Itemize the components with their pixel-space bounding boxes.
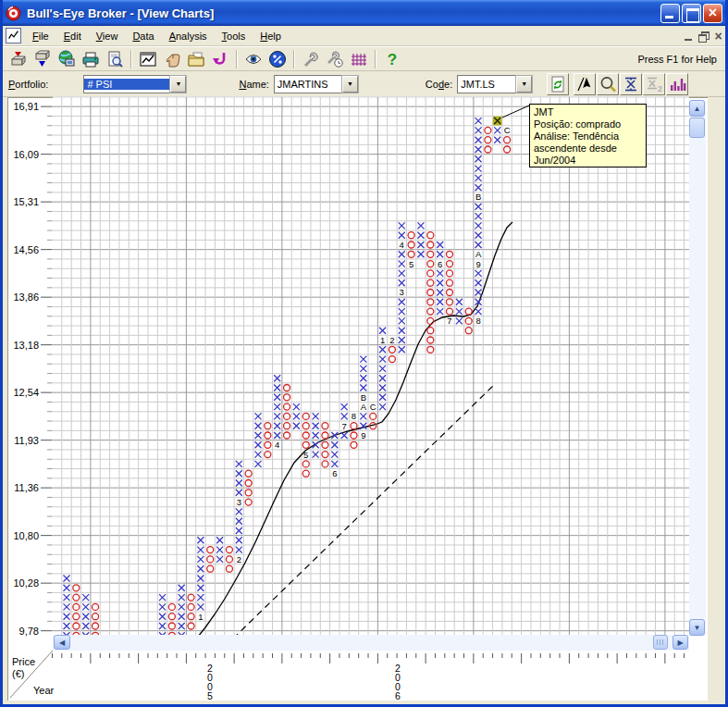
mdi-restore-icon[interactable] [697,30,710,43]
menu-item-tools[interactable]: Tools [215,29,253,43]
chart-window-icon[interactable] [137,49,159,69]
month-label-5: 5 [409,259,413,269]
price-label: 14,56 [13,244,39,255]
month-label-9: 9 [361,430,365,440]
year-axis-ticks [52,653,684,664]
name-combobox[interactable]: JMARTINS ▼ [274,75,359,93]
tooltip-analysis-1: Análise: Tendência [534,130,642,143]
minimize-button[interactable] [660,4,680,23]
percent-circle-icon[interactable] [266,49,289,69]
print-preview-icon[interactable] [104,49,126,69]
toolbar-separator [130,50,132,68]
year-label-digit: 5 [207,690,213,701]
price-label: 16,09 [13,149,39,160]
price-label: 13,18 [13,340,39,351]
code-dropdown-icon[interactable]: ▼ [516,76,532,93]
price-axis: 16,9116,0915,3114,5613,8613,1812,5411,93… [7,96,53,639]
menu-item-file[interactable]: File [25,29,56,43]
window-title: Bull's-Eye Broker - [View Charts] [27,6,659,20]
portfolio-label: Portfolio: [8,79,48,90]
horizontal-scrollbar[interactable]: ◀ ▶ [53,635,689,651]
month-label-A: A [361,402,367,412]
menu-item-view[interactable]: View [89,29,126,43]
printer-icon[interactable] [80,49,102,69]
name-dropdown-icon[interactable]: ▼ [342,76,358,93]
histogram-button[interactable] [666,73,688,95]
scroll-left-button[interactable]: ◀ [54,635,70,650]
month-label-7: 7 [342,421,347,431]
month-label-6: 6 [438,259,442,269]
svg-text:?: ? [388,51,397,68]
internet-globe-icon[interactable] [56,49,78,69]
year-label-digit: 6 [395,690,401,701]
zoom-lens-button[interactable] [597,73,619,95]
right-gutter [708,97,725,701]
pointer-line-button[interactable] [574,73,596,95]
maximize-button[interactable] [682,4,701,23]
code-combobox[interactable]: JMT.LS ▼ [457,75,533,93]
month-label-2: 2 [389,335,394,345]
month-label-8: 8 [352,411,356,421]
year-axis-title: Year [33,685,55,696]
eye-icon[interactable] [242,49,265,69]
menu-item-data[interactable]: Data [125,29,161,43]
hand-pointer-icon[interactable] [161,49,183,69]
portfolio-folder-icon[interactable] [185,49,207,69]
import-drawer-blue-icon[interactable] [31,49,54,69]
tooltip-position: Posição: comprado [534,118,642,130]
app-logo-icon [6,6,21,21]
month-label-3: 3 [400,287,404,297]
undo-arrow-icon[interactable] [209,49,231,69]
trend-x2-button: 2 [643,73,665,95]
toolbar-separator [293,50,295,68]
price-label: 9,78 [19,626,39,637]
name-value: JMARTINS [275,79,342,90]
portfolio-dropdown-icon[interactable]: ▼ [170,76,186,93]
price-label: 12,54 [13,387,39,398]
scroll-down-button[interactable]: ▼ [689,619,705,636]
close-button[interactable] [703,4,722,23]
help-hint-text: Press F1 for Help [637,54,725,65]
chart-plot-area[interactable]: 13245678BA9C1243567BA98C [53,96,689,637]
menu-item-analysis[interactable]: Analysis [162,29,215,43]
vertical-scrollbar[interactable]: ▲ ▼ [689,100,706,636]
grid-fence-icon[interactable] [348,49,370,69]
main-toolbar: ? Press F1 for Help [3,46,725,71]
mdi-chart-icon[interactable] [6,28,21,43]
export-drawer-red-icon[interactable] [7,49,30,69]
month-label-8: 8 [475,316,480,326]
price-axis-unit: (€) [12,668,24,679]
month-label-1: 1 [198,612,203,622]
menu-bar: FileEditViewDataAnalysisToolsHelp [3,26,725,46]
mdi-minimize-icon[interactable] [682,30,696,43]
month-label-4: 4 [275,440,279,450]
refresh-page-button[interactable] [547,73,569,95]
scroll-up-button[interactable]: ▲ [689,100,705,117]
wrench-icon[interactable] [300,49,322,69]
vertical-scrollbar-thumb[interactable] [689,118,705,138]
trend-x-button[interactable] [620,73,642,95]
menu-item-edit[interactable]: Edit [56,29,89,43]
code-value: JMT.LS [458,79,516,90]
month-label-B: B [475,192,481,202]
month-label-7: 7 [447,316,451,326]
scroll-right-button[interactable]: ▶ [672,635,688,650]
year-axis-labels: 20052006 [207,663,401,701]
portfolio-combobox[interactable]: # PSI ▼ [83,75,187,93]
mdi-close-icon[interactable] [711,30,725,43]
price-label: 10,80 [13,530,39,541]
price-axis-title: Price [12,656,35,667]
price-label: 15,31 [13,196,39,207]
mdi-window-controls [681,30,725,43]
month-label-9: 9 [475,259,480,269]
menu-bar-items: FileEditViewDataAnalysisToolsHelp [25,29,289,43]
chart-toolbar-buttons: 2 [546,73,688,95]
price-label: 16,91 [13,101,39,112]
tooltip-analysis-3: Jun/2004 [534,155,642,167]
menu-item-help[interactable]: Help [253,29,289,43]
help-question-icon[interactable]: ? [381,49,403,69]
wrench-clock-icon[interactable] [324,49,346,69]
horizontal-scrollbar-thumb[interactable] [653,635,668,650]
month-label-4: 4 [400,240,404,250]
month-label-2: 2 [237,554,241,564]
